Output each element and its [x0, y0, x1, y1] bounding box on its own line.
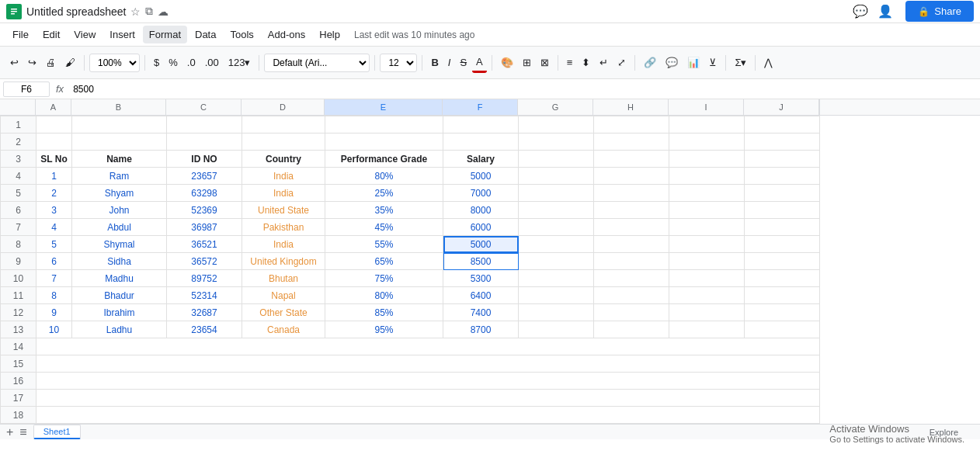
merge-cells-button[interactable]: ⊠: [537, 54, 553, 71]
cell-c10[interactable]: 89752: [167, 270, 242, 287]
col-header-b[interactable]: B: [71, 99, 166, 115]
cell-h3[interactable]: [594, 151, 669, 168]
cell-j1[interactable]: [745, 116, 820, 133]
fill-color-button[interactable]: 🎨: [497, 54, 517, 71]
cell-b12[interactable]: Ibrahim: [72, 304, 167, 321]
cell-a12[interactable]: 9: [36, 304, 72, 321]
cell-d8[interactable]: India: [242, 236, 325, 253]
cell-f9[interactable]: 8500: [443, 253, 519, 270]
text-color-button[interactable]: A: [472, 53, 487, 73]
cell-e3-grade[interactable]: Performance Grade: [325, 151, 443, 168]
cell-empty-18[interactable]: [36, 407, 820, 424]
cell-f1[interactable]: [443, 116, 519, 133]
all-sheets-button[interactable]: ≡: [19, 425, 26, 439]
cell-g9[interactable]: [519, 253, 594, 270]
cell-g13[interactable]: [519, 321, 594, 338]
cell-e2[interactable]: [325, 133, 443, 151]
cell-i1[interactable]: [669, 116, 745, 133]
cell-e4[interactable]: 80%: [325, 168, 443, 185]
menu-file[interactable]: File: [6, 26, 35, 43]
formula-input[interactable]: [70, 82, 977, 96]
cell-h12[interactable]: [594, 304, 669, 321]
cell-g2[interactable]: [519, 133, 594, 151]
cell-d11[interactable]: Napal: [242, 287, 325, 304]
redo-button[interactable]: ↪: [24, 54, 40, 71]
cell-h13[interactable]: [594, 321, 669, 338]
font-size-select[interactable]: 12 10 14 16: [380, 54, 417, 72]
menu-format[interactable]: Format: [143, 26, 187, 43]
col-header-h[interactable]: H: [593, 99, 669, 115]
cell-i6[interactable]: [669, 202, 745, 219]
borders-button[interactable]: ⊞: [519, 54, 535, 71]
cell-c11[interactable]: 52314: [167, 287, 242, 304]
menu-tools[interactable]: Tools: [224, 26, 259, 43]
row-num-4[interactable]: 4: [1, 168, 36, 185]
account-icon[interactable]: 👤: [876, 2, 895, 20]
cell-a13[interactable]: 10: [36, 321, 72, 338]
comments-icon[interactable]: 💬: [851, 2, 870, 20]
cell-empty-15[interactable]: [36, 355, 820, 373]
cell-h2[interactable]: [594, 133, 669, 151]
cell-d6[interactable]: United State: [242, 202, 325, 219]
cell-e12[interactable]: 85%: [325, 304, 443, 321]
menu-help[interactable]: Help: [313, 26, 346, 43]
cell-g12[interactable]: [519, 304, 594, 321]
cell-a2[interactable]: [36, 133, 72, 151]
cell-e1[interactable]: [325, 116, 443, 133]
cell-e10[interactable]: 75%: [325, 270, 443, 287]
cell-h7[interactable]: [594, 219, 669, 236]
functions-button[interactable]: Σ▾: [731, 54, 750, 71]
cell-a9[interactable]: 6: [36, 253, 72, 270]
cell-g8[interactable]: [519, 236, 594, 253]
cell-j2[interactable]: [745, 133, 820, 151]
cell-e5[interactable]: 25%: [325, 185, 443, 202]
cell-h9[interactable]: [594, 253, 669, 270]
col-header-g[interactable]: G: [518, 99, 593, 115]
cell-e8[interactable]: 55%: [325, 236, 443, 253]
more-formats-button[interactable]: 123▾: [224, 54, 255, 71]
cell-e9[interactable]: 65%: [325, 253, 443, 270]
row-num-7[interactable]: 7: [1, 219, 36, 236]
row-num-12[interactable]: 12: [1, 304, 36, 321]
row-num-2[interactable]: 2: [1, 133, 36, 151]
cell-f3-salary[interactable]: Salary: [443, 151, 519, 168]
undo-button[interactable]: ↩: [6, 54, 23, 71]
cell-j3[interactable]: [745, 151, 820, 168]
cell-f7[interactable]: 6000: [443, 219, 519, 236]
cell-h5[interactable]: [594, 185, 669, 202]
cell-i13[interactable]: [669, 321, 745, 338]
row-num-3[interactable]: 3: [1, 151, 36, 168]
cell-a4[interactable]: 1: [36, 168, 72, 185]
col-header-i[interactable]: I: [669, 99, 744, 115]
cell-b2[interactable]: [72, 133, 167, 151]
cell-g3[interactable]: [519, 151, 594, 168]
col-header-c[interactable]: C: [166, 99, 242, 115]
cell-h4[interactable]: [594, 168, 669, 185]
align-left-button[interactable]: ≡: [563, 54, 577, 71]
folder-icon[interactable]: ⧉: [145, 5, 153, 18]
cell-c3-idno[interactable]: ID NO: [167, 151, 242, 168]
star-icon[interactable]: ☆: [130, 5, 141, 18]
cell-c4[interactable]: 23657: [167, 168, 242, 185]
menu-data[interactable]: Data: [189, 26, 222, 43]
cell-f2[interactable]: [443, 133, 519, 151]
cell-g1[interactable]: [519, 116, 594, 133]
cell-a10[interactable]: 7: [36, 270, 72, 287]
cell-f10[interactable]: 5300: [443, 270, 519, 287]
col-header-a[interactable]: A: [36, 99, 71, 115]
cell-empty-14[interactable]: [36, 338, 820, 355]
cell-d5[interactable]: India: [242, 185, 325, 202]
cell-a3-slno[interactable]: SL No: [36, 151, 72, 168]
text-rotation-button[interactable]: ⤢: [613, 54, 630, 71]
cell-f6[interactable]: 8000: [443, 202, 519, 219]
cell-b8[interactable]: Shymal: [72, 236, 167, 253]
cell-f4[interactable]: 5000: [443, 168, 519, 185]
row-num-15[interactable]: 15: [1, 355, 36, 373]
cell-a11[interactable]: 8: [36, 287, 72, 304]
cell-b10[interactable]: Madhu: [72, 270, 167, 287]
row-num-14[interactable]: 14: [1, 338, 36, 355]
cell-d1[interactable]: [242, 116, 325, 133]
cell-e13[interactable]: 95%: [325, 321, 443, 338]
menu-addons[interactable]: Add-ons: [262, 26, 311, 43]
cell-c7[interactable]: 36987: [167, 219, 242, 236]
